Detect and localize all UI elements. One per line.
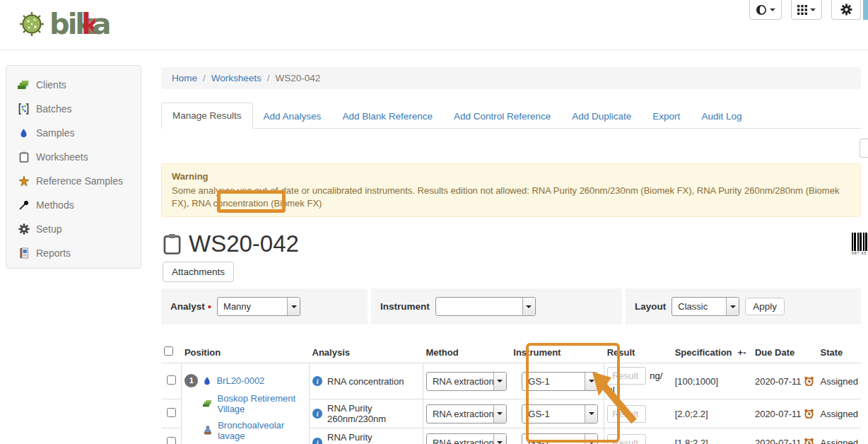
caret-down-icon (770, 8, 775, 11)
analyst-select[interactable]: Manny (217, 297, 300, 316)
sidebar-item-clients[interactable]: Clients (18, 73, 141, 97)
sample-type-flask-icon (203, 425, 213, 436)
cutoff-right-button[interactable] (860, 139, 868, 158)
barcode: 987 65 (852, 233, 868, 256)
sample-type-link[interactable]: Bronchoalveolar lavage (218, 420, 306, 441)
analysis-name: RNA Purity 260nm/280nm (327, 432, 420, 444)
select-caret-button[interactable] (585, 434, 597, 444)
row-instrument-select[interactable]: GS-1 (522, 433, 598, 444)
logo-wordmark: bikka (49, 10, 110, 38)
header-toolbar (749, 0, 861, 20)
due-date-cell: 2020-07-11 (752, 428, 818, 444)
method-select[interactable]: RNA extraction (426, 404, 507, 423)
bika-logo[interactable]: bikka (18, 10, 110, 38)
sidebar-item-label: Reports (36, 247, 71, 259)
warning-title: Warning (172, 170, 850, 183)
result-input[interactable] (607, 405, 646, 423)
alarm-clock-icon (804, 438, 814, 444)
method-select[interactable]: RNA extraction (426, 372, 507, 391)
select-caret-button[interactable] (493, 434, 506, 444)
table-row: 1 BrL20-0002 Boskop Retirement Village B… (161, 363, 861, 399)
row-checkbox[interactable] (167, 437, 176, 444)
warning-alert: Warning Some analyses use out-of-date or… (161, 163, 861, 217)
tab-add-blank-reference[interactable]: Add Blank Reference (332, 104, 443, 129)
caret-down-icon (589, 412, 594, 415)
analysis-cell: iRNA Purity 260nm/280nm (310, 428, 423, 444)
warning-message: Some analyses use out-of-date or uncalib… (172, 185, 850, 210)
row-instrument-select[interactable]: GS-1 (522, 404, 598, 423)
tab-manage-results[interactable]: Manage Results (161, 103, 253, 129)
sidebar-item-setup[interactable]: Setup (18, 217, 141, 241)
worksheets-icon (18, 151, 30, 163)
sidebar-item-batches[interactable]: Batches (18, 97, 141, 121)
batches-icon (18, 103, 30, 115)
state-cell: Assigned (817, 399, 861, 428)
methods-icon (18, 199, 30, 211)
client-link[interactable]: Boskop Retirement Village (218, 393, 307, 414)
barcode-bars (852, 233, 868, 251)
layout-select[interactable]: Classic (671, 297, 739, 316)
globe-icon (756, 4, 767, 16)
sidebar-item-worksheets[interactable]: Worksheets (18, 145, 141, 169)
result-cell (604, 399, 672, 428)
plusminus-cell (735, 363, 752, 399)
cutoff-header-element (863, 0, 868, 20)
language-menu-button[interactable] (749, 0, 782, 20)
sidebar-item-samples[interactable]: Samples (18, 121, 141, 145)
sample-id-link[interactable]: BrL20-0002 (216, 375, 264, 386)
info-icon[interactable]: i (312, 376, 322, 386)
select-caret-button[interactable] (493, 373, 506, 390)
select-caret-button[interactable] (287, 298, 300, 315)
instrument-cell: GS-1 (510, 363, 604, 399)
row-checkbox[interactable] (167, 408, 176, 417)
analyst-select-value: Manny (218, 298, 287, 315)
sample-drop-icon (203, 375, 211, 386)
specification-cell: [1.8;2.2] (672, 428, 735, 444)
method-cell: RNA extraction (423, 428, 510, 444)
select-caret-button[interactable] (726, 298, 739, 315)
method-select[interactable]: RNA extraction (426, 433, 507, 444)
result-input[interactable] (607, 434, 646, 444)
tab-add-duplicate[interactable]: Add Duplicate (561, 104, 642, 129)
col-header-due-date: Due Date (752, 341, 818, 363)
breadcrumb-worksheets[interactable]: Worksheets (211, 73, 262, 83)
select-caret-button[interactable] (493, 405, 506, 423)
info-icon[interactable]: i (312, 438, 322, 444)
instrument-select[interactable] (435, 297, 536, 316)
method-select-value: RNA extraction (427, 434, 493, 444)
apply-button[interactable]: Apply (745, 298, 785, 315)
settings-button[interactable] (831, 0, 861, 20)
breadcrumb-current: WS20-042 (276, 73, 321, 83)
select-caret-button[interactable] (585, 373, 597, 390)
attachments-button[interactable]: Attachments (163, 262, 234, 282)
tab-add-control-reference[interactable]: Add Control Reference (443, 104, 561, 129)
sidebar-item-reports[interactable]: Reports (18, 241, 141, 265)
grid-icon (797, 5, 807, 15)
select-caret-button[interactable] (585, 405, 597, 423)
worksheet-filterbar: Analyst• Manny Instrument Layout Classic… (161, 288, 861, 325)
select-all-checkbox[interactable] (164, 346, 173, 356)
instrument-cell: GS-1 (510, 428, 604, 444)
caret-down-icon (526, 305, 532, 308)
plusminus-cell (735, 428, 752, 444)
info-icon[interactable]: i (312, 409, 322, 419)
instrument-cell: GS-1 (510, 399, 604, 428)
analysis-name: RNA Purity 260nm/230nm (327, 403, 420, 424)
result-cell: ng/µl (604, 363, 672, 399)
sidebar-item-reference-samples[interactable]: Reference Samples (18, 169, 141, 193)
tab-audit-log[interactable]: Audit Log (691, 104, 752, 129)
sidebar-item-methods[interactable]: Methods (18, 193, 141, 217)
layout-select-value: Classic (672, 298, 726, 315)
tab-export[interactable]: Export (642, 104, 691, 129)
row-checkbox[interactable] (167, 375, 176, 385)
result-input[interactable] (607, 367, 646, 385)
state-cell: Assigned (817, 428, 861, 444)
breadcrumb-home[interactable]: Home (172, 73, 197, 83)
apps-menu-button[interactable] (791, 0, 822, 20)
sidebar-item-label: Worksheets (36, 151, 88, 163)
method-select-value: RNA extraction (427, 405, 493, 423)
tab-add-analyses[interactable]: Add Analyses (253, 104, 332, 129)
select-caret-button[interactable] (522, 298, 535, 315)
row-instrument-select[interactable]: GS-1 (522, 372, 598, 391)
instrument-select-value: GS-1 (522, 434, 585, 444)
